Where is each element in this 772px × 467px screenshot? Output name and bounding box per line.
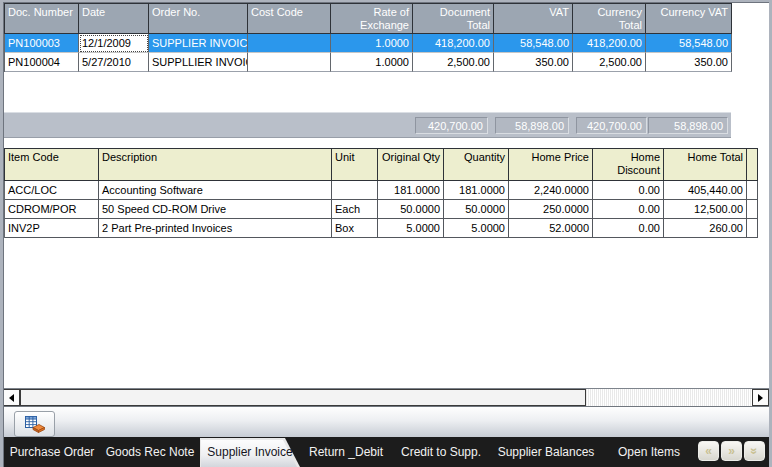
column-header[interactable]: Currency Total bbox=[573, 3, 646, 34]
tab-label: Goods Rec Note bbox=[106, 445, 195, 459]
cell[interactable]: CDROM/POR bbox=[5, 200, 99, 219]
cell[interactable]: SUPPLLIER INVOIC bbox=[149, 53, 248, 72]
tab-open-items[interactable]: Open Items bbox=[602, 437, 696, 467]
cell[interactable]: 58,548.00 bbox=[494, 34, 573, 53]
cell[interactable]: 12,500.00 bbox=[664, 200, 747, 219]
column-header[interactable]: Home Price bbox=[509, 148, 593, 181]
cell[interactable]: PN100004 bbox=[5, 53, 79, 72]
cell[interactable]: SUPPLIER INVOICE bbox=[149, 34, 248, 53]
cell[interactable]: INV2P bbox=[5, 219, 99, 238]
cell[interactable]: 418,200.00 bbox=[413, 34, 494, 53]
cell[interactable]: 181.0000 bbox=[378, 181, 444, 200]
cell[interactable] bbox=[248, 53, 331, 72]
cell[interactable] bbox=[747, 219, 758, 238]
column-header[interactable]: VAT bbox=[494, 3, 573, 34]
column-header[interactable] bbox=[747, 148, 758, 181]
table-row[interactable]: ACC/LOCAccounting Software181.0000181.00… bbox=[5, 181, 758, 200]
bottom-toolbar bbox=[0, 406, 772, 437]
horizontal-scrollbar[interactable] bbox=[3, 388, 769, 406]
column-header[interactable]: Quantity bbox=[444, 148, 509, 181]
scroll-tabs-right-button[interactable]: » bbox=[721, 441, 742, 461]
cell[interactable]: 5/27/2010 bbox=[79, 53, 149, 72]
cell[interactable] bbox=[332, 181, 378, 200]
tab-label: Supplier Invoice bbox=[207, 445, 292, 459]
tab-purchase-order[interactable]: Purchase Order bbox=[4, 437, 100, 467]
table-row[interactable]: CDROM/POR50 Speed CD-ROM DriveEach50.000… bbox=[5, 200, 758, 219]
table-row[interactable]: PN10000312/1/2009SUPPLIER INVOICE1.00004… bbox=[5, 34, 732, 53]
totals-band: 420,700.00 58,898.00 420,700.00 58,898.0… bbox=[4, 112, 731, 138]
cell[interactable] bbox=[248, 34, 331, 53]
scrollbar-thumb[interactable] bbox=[20, 389, 586, 406]
cell[interactable]: ACC/LOC bbox=[5, 181, 99, 200]
column-header[interactable]: Cost Code bbox=[248, 3, 331, 34]
cell[interactable]: 50 Speed CD-ROM Drive bbox=[99, 200, 332, 219]
cell[interactable] bbox=[747, 200, 758, 219]
column-header[interactable]: Home Total bbox=[664, 148, 747, 181]
scroll-right-button[interactable] bbox=[752, 389, 769, 406]
cell[interactable] bbox=[747, 181, 758, 200]
cell[interactable]: 1.0000 bbox=[331, 34, 413, 53]
cell[interactable]: Accounting Software bbox=[99, 181, 332, 200]
cell[interactable]: 0.00 bbox=[593, 181, 664, 200]
tab-goods-rec-note[interactable]: Goods Rec Note bbox=[100, 437, 200, 467]
scrollbar-track[interactable] bbox=[586, 389, 752, 406]
cell[interactable]: 2,500.00 bbox=[413, 53, 494, 72]
scroll-left-button[interactable] bbox=[3, 389, 20, 406]
column-header[interactable]: Item Code bbox=[5, 148, 99, 181]
cell[interactable]: 350.00 bbox=[494, 53, 573, 72]
cell[interactable]: 2,240.0000 bbox=[509, 181, 593, 200]
column-header[interactable]: Doc. Number bbox=[5, 3, 79, 34]
column-header[interactable]: Document Total bbox=[413, 3, 494, 34]
cell[interactable]: 5.0000 bbox=[378, 219, 444, 238]
column-header[interactable]: Home Discount bbox=[593, 148, 664, 181]
tab-supplier-invoice[interactable]: Supplier Invoice bbox=[200, 437, 300, 467]
column-header[interactable]: Original Qty bbox=[378, 148, 444, 181]
cell[interactable]: 12/1/2009 bbox=[79, 34, 149, 53]
column-header[interactable]: Unit bbox=[332, 148, 378, 181]
cell[interactable]: 2,500.00 bbox=[573, 53, 646, 72]
cell[interactable]: 5.0000 bbox=[444, 219, 509, 238]
tab-menu-down-button[interactable]: » bbox=[744, 441, 765, 461]
tab-credit-to-supp-[interactable]: Credit to Supp. bbox=[392, 437, 490, 467]
table-row[interactable]: PN1000045/27/2010SUPPLLIER INVOIC1.00002… bbox=[5, 53, 732, 72]
cell[interactable]: 50.0000 bbox=[378, 200, 444, 219]
cell[interactable]: 250.0000 bbox=[509, 200, 593, 219]
scroll-tabs-right-icon: » bbox=[728, 445, 735, 457]
triangle-right-icon bbox=[758, 394, 767, 402]
table-row[interactable]: INV2P2 Part Pre-printed InvoicesBox5.000… bbox=[5, 219, 758, 238]
tab-label: Supplier Balances bbox=[498, 445, 595, 459]
tab-label: Open Items bbox=[618, 445, 680, 459]
cell[interactable]: PN100003 bbox=[5, 34, 79, 53]
cell[interactable]: 52.0000 bbox=[509, 219, 593, 238]
cell[interactable]: 181.0000 bbox=[444, 181, 509, 200]
cell[interactable]: 1.0000 bbox=[331, 53, 413, 72]
tab-return-debit[interactable]: Return _Debit bbox=[300, 437, 392, 467]
tab-label: Credit to Supp. bbox=[401, 445, 481, 459]
cell[interactable]: 260.00 bbox=[664, 219, 747, 238]
triangle-left-icon bbox=[5, 394, 14, 402]
cell[interactable]: 0.00 bbox=[593, 219, 664, 238]
cell[interactable]: 350.00 bbox=[646, 53, 732, 72]
column-header[interactable]: Description bbox=[99, 148, 332, 181]
vat-total-sum: 58,898.00 bbox=[495, 117, 569, 134]
cell[interactable]: 418,200.00 bbox=[573, 34, 646, 53]
cell[interactable]: Box bbox=[332, 219, 378, 238]
cell[interactable]: Each bbox=[332, 200, 378, 219]
cell[interactable]: 58,548.00 bbox=[646, 34, 732, 53]
scroll-tabs-left-button[interactable]: « bbox=[698, 441, 719, 461]
items-grid: Item CodeDescriptionUnitOriginal QtyQuan… bbox=[4, 148, 758, 238]
tab-supplier-balances[interactable]: Supplier Balances bbox=[490, 437, 602, 467]
column-header[interactable]: Order No. bbox=[149, 3, 248, 34]
cell[interactable]: 50.0000 bbox=[444, 200, 509, 219]
cell[interactable]: 0.00 bbox=[593, 200, 664, 219]
documents-grid: Doc. NumberDateOrder No.Cost CodeRate of… bbox=[4, 3, 732, 72]
items-grid-header: Item CodeDescriptionUnitOriginal QtyQuan… bbox=[4, 148, 758, 181]
column-header[interactable]: Currency VAT bbox=[646, 3, 732, 34]
column-header[interactable]: Date bbox=[79, 3, 149, 34]
bottom-tab-bar: Purchase OrderGoods Rec NoteSupplier Inv… bbox=[0, 437, 772, 467]
column-header[interactable]: Rate of Exchange bbox=[331, 3, 413, 34]
cell[interactable]: 405,440.00 bbox=[664, 181, 747, 200]
documents-grid-body: PN10000312/1/2009SUPPLIER INVOICE1.00004… bbox=[4, 34, 732, 72]
grid-tool-button[interactable] bbox=[14, 411, 55, 437]
cell[interactable]: 2 Part Pre-printed Invoices bbox=[99, 219, 332, 238]
